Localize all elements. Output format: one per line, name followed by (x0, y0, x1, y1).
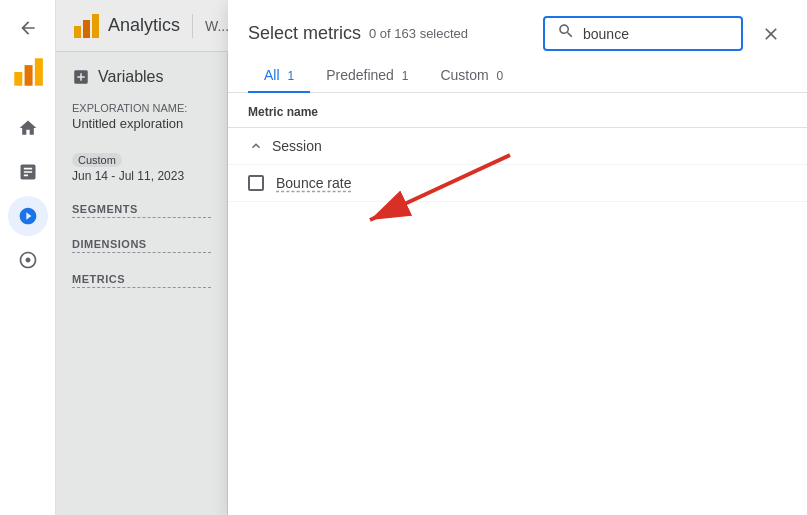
tab-all[interactable]: All 1 (248, 59, 310, 93)
tab-all-count: 1 (287, 69, 294, 83)
modal-header: Select metrics 0 of 163 selected (228, 0, 807, 51)
tab-custom-label: Custom (440, 67, 488, 83)
bounce-rate-label: Bounce rate (276, 175, 352, 191)
back-button[interactable] (8, 8, 48, 48)
table-row[interactable]: Bounce rate (228, 165, 807, 202)
advertising-nav-icon[interactable] (8, 240, 48, 280)
metric-name-column-header: Metric name (248, 105, 318, 119)
modal-selected-count: 0 of 163 selected (369, 26, 468, 41)
svg-rect-2 (34, 58, 42, 85)
nav-icons (8, 100, 48, 515)
reports-nav-icon[interactable] (8, 152, 48, 192)
table-body: Session Bounce rate (228, 128, 807, 515)
modal-title: Select metrics (248, 23, 361, 44)
bounce-rate-checkbox[interactable] (248, 175, 264, 191)
tab-custom[interactable]: Custom 0 (424, 59, 519, 93)
svg-rect-0 (14, 72, 22, 86)
modal-title-area: Select metrics 0 of 163 selected (248, 23, 531, 44)
search-icon (557, 22, 575, 45)
explore-nav-icon[interactable] (8, 196, 48, 236)
svg-rect-1 (24, 65, 32, 86)
search-input[interactable] (583, 26, 723, 42)
tab-all-label: All (264, 67, 280, 83)
tab-custom-count: 0 (497, 69, 504, 83)
nav-bar (0, 0, 56, 515)
select-metrics-modal: Select metrics 0 of 163 selected All 1 P… (228, 0, 807, 515)
home-nav-icon[interactable] (8, 108, 48, 148)
tab-predefined[interactable]: Predefined 1 (310, 59, 424, 93)
close-button[interactable] (755, 18, 787, 50)
table-header: Metric name (228, 93, 807, 128)
analytics-logo (8, 52, 48, 92)
modal-tabs: All 1 Predefined 1 Custom 0 (228, 51, 807, 93)
session-group-label: Session (272, 138, 322, 154)
search-box[interactable] (543, 16, 743, 51)
session-group-header[interactable]: Session (228, 128, 807, 165)
tab-predefined-count: 1 (402, 69, 409, 83)
tab-predefined-label: Predefined (326, 67, 394, 83)
